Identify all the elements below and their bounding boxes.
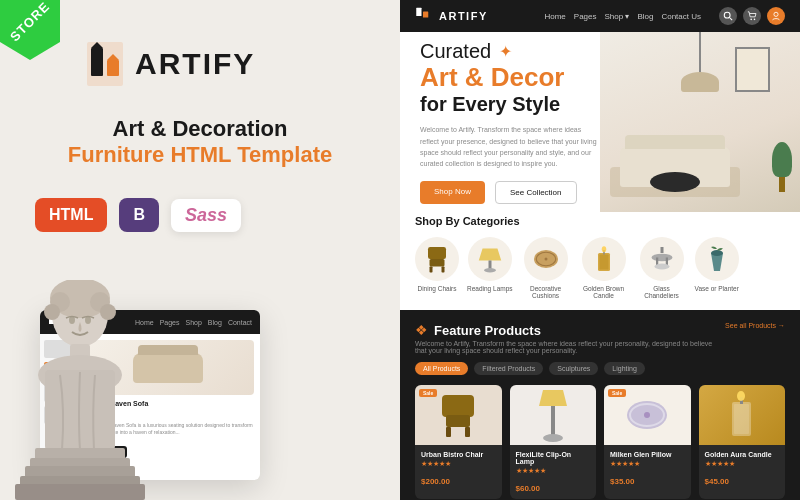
tab-filtered[interactable]: Filtered Products <box>474 362 543 375</box>
price-value-lamp: $60.00 <box>516 484 540 493</box>
see-collection-button[interactable]: See Collection <box>495 181 577 204</box>
svg-marker-34 <box>479 249 502 261</box>
inner-nav-shop: Shop <box>186 319 202 326</box>
tagline-colored: HTML Template <box>170 142 332 167</box>
category-item-candle[interactable]: Golden Brown Candle <box>579 237 629 299</box>
nav-link-home[interactable]: Home <box>544 12 565 21</box>
store-badge-text: STORE <box>7 0 53 44</box>
hero-text: Curated ✦ Art & Decor for Every Style We… <box>400 32 800 212</box>
chairs-icon <box>422 244 452 274</box>
nav-link-blog[interactable]: Blog <box>637 12 653 21</box>
tab-lighting[interactable]: Lighting <box>604 362 645 375</box>
logo-icon <box>85 40 125 88</box>
category-item-cushions[interactable]: Decorative Cushions <box>521 237 571 299</box>
right-nav: ARTIFY Home Pages Shop ▾ Blog Contact Us <box>400 0 800 32</box>
hero-description: Welcome to Artify. Transform the space w… <box>420 124 600 169</box>
product-info-candle: Golden Aura Candle ★★★★★ $45.00 <box>699 445 786 492</box>
left-panel: STORE ARTIFY Art & Decoration Furniture … <box>0 0 400 500</box>
cushions-icon <box>531 244 561 274</box>
product-card-pillow[interactable]: Sale Milken Glen Pillow ★★★★★ $35.00 <box>604 385 691 499</box>
feature-products-section: ❖ Feature Products Welcome to Artify, Tr… <box>400 310 800 500</box>
candle-product-icon <box>724 390 759 440</box>
product-name-chair: Urban Bistro Chair <box>421 451 496 458</box>
right-panel: ARTIFY Home Pages Shop ▾ Blog Contact Us… <box>400 0 800 500</box>
feature-tabs: All Products Filtered Products Sculpture… <box>415 362 785 375</box>
product-badge-sale-2: Sale <box>608 389 626 397</box>
candle-icon <box>589 244 619 274</box>
user-icon-btn[interactable] <box>767 7 785 25</box>
category-item-chandelier[interactable]: Glass Chandeliers <box>637 237 687 299</box>
product-price-pillow: $35.00 <box>610 470 685 488</box>
svg-point-27 <box>750 19 752 21</box>
svg-point-29 <box>774 12 778 16</box>
price-value-chair: $200.00 <box>421 477 450 486</box>
right-nav-logo-icon <box>415 7 431 25</box>
product-name-candle: Golden Aura Candle <box>705 451 780 458</box>
svg-point-43 <box>601 246 606 252</box>
svg-rect-47 <box>665 258 667 266</box>
product-info-lamp: FlexiLite Clip-On Lamp ★★★★★ $60.00 <box>510 445 597 499</box>
svg-rect-2 <box>107 60 119 76</box>
svg-point-59 <box>644 412 650 418</box>
categories-title: Shop By Categories <box>415 215 785 227</box>
product-stars-lamp: ★★★★★ <box>516 467 591 475</box>
svg-point-39 <box>544 258 547 261</box>
nav-link-shop[interactable]: Shop ▾ <box>605 12 630 21</box>
badge-html: HTML <box>35 198 107 232</box>
svg-point-48 <box>654 264 669 270</box>
product-name-lamp: FlexiLite Clip-On Lamp <box>516 451 591 465</box>
product-card-chair[interactable]: Sale Urban Bistro Chair ★★★★★ $200.00 <box>415 385 502 499</box>
search-icon <box>723 11 733 21</box>
tech-badges: HTML B Sass <box>35 198 241 232</box>
inner-nav-pages: Pages <box>160 319 180 326</box>
svg-point-12 <box>100 304 116 320</box>
pillow-product-icon <box>625 398 670 433</box>
tagline-line2: Furniture HTML Template <box>35 142 365 168</box>
hero-curated-text: Curated <box>420 40 491 63</box>
statue-svg <box>10 280 150 500</box>
category-item-chairs[interactable]: Dining Chairs <box>415 237 459 299</box>
nav-link-pages[interactable]: Pages <box>574 12 597 21</box>
svg-rect-50 <box>442 395 474 417</box>
right-nav-logo-text: ARTIFY <box>439 10 488 22</box>
tab-sculptures[interactable]: Sculptures <box>549 362 598 375</box>
product-price-lamp: $60.00 <box>516 477 591 495</box>
shop-now-button[interactable]: Shop Now <box>420 181 485 204</box>
feature-title-row: ❖ Feature Products <box>415 322 725 338</box>
category-item-lamps[interactable]: Reading Lamps <box>467 237 513 299</box>
product-card-candle[interactable]: Golden Aura Candle ★★★★★ $45.00 <box>699 385 786 499</box>
svg-rect-41 <box>599 255 608 270</box>
svg-rect-61 <box>734 404 749 434</box>
inner-nav: Home Pages Shop Blog Contact <box>135 319 252 326</box>
logo-text: ARTIFY <box>135 47 255 81</box>
product-card-lamp[interactable]: FlexiLite Clip-On Lamp ★★★★★ $60.00 <box>510 385 597 499</box>
svg-marker-54 <box>539 390 567 406</box>
categories-section: Shop By Categories Dining Chairs <box>400 215 800 299</box>
svg-point-56 <box>543 434 563 442</box>
nav-link-contact[interactable]: Contact Us <box>661 12 701 21</box>
statue-decoration <box>10 280 150 500</box>
product-image-pillow: Sale <box>604 385 691 445</box>
category-item-planter[interactable]: Vase or Planter <box>695 237 739 299</box>
product-price-chair: $200.00 <box>421 470 496 488</box>
see-all-link[interactable]: See all Products → <box>725 322 785 329</box>
hero-art-decor: Art & Decor <box>420 63 780 92</box>
cart-icon-btn[interactable] <box>743 7 761 25</box>
feature-icon: ❖ <box>415 322 428 338</box>
svg-rect-30 <box>428 247 446 259</box>
svg-point-45 <box>651 254 672 262</box>
category-circle-lamps <box>468 237 512 281</box>
svg-point-49 <box>711 250 723 256</box>
search-icon-btn[interactable] <box>719 7 737 25</box>
svg-point-63 <box>737 391 745 401</box>
feature-header: ❖ Feature Products Welcome to Artify, Tr… <box>415 322 785 354</box>
categories-grid: Dining Chairs Reading Lamps <box>415 237 785 299</box>
product-image-chair: Sale <box>415 385 502 445</box>
svg-rect-51 <box>446 415 470 427</box>
product-stars-candle: ★★★★★ <box>705 460 780 468</box>
tab-all-products[interactable]: All Products <box>415 362 468 375</box>
svg-rect-53 <box>465 427 470 437</box>
category-label-planter: Vase or Planter <box>695 285 739 292</box>
svg-rect-55 <box>551 406 555 436</box>
svg-point-25 <box>724 12 730 18</box>
